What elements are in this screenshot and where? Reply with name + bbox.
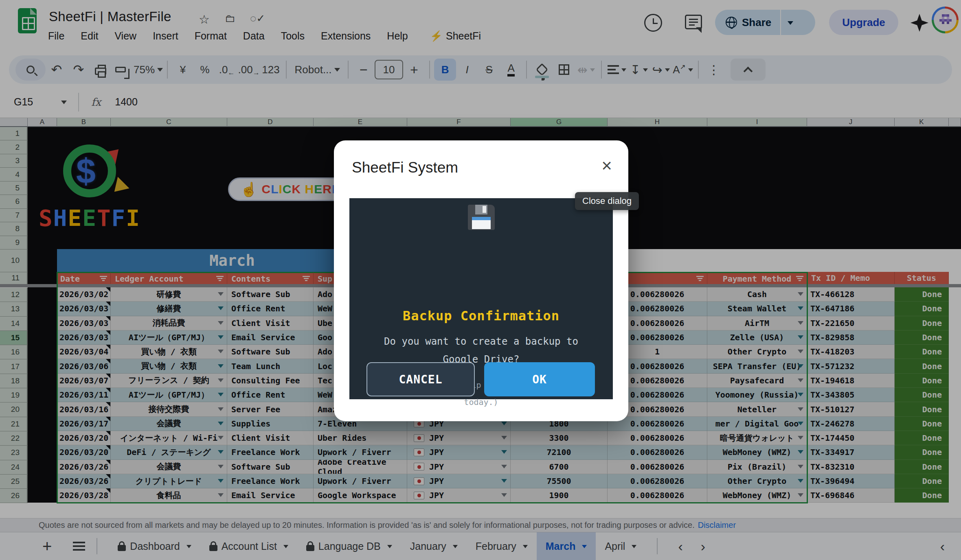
dialog-title: SheetFi System xyxy=(352,159,458,176)
close-dialog-tooltip: Close dialog xyxy=(575,192,639,210)
dialog-close-button[interactable]: × xyxy=(601,157,612,175)
sheetfi-system-dialog: SheetFi System × Backup Confirmation Do … xyxy=(334,140,628,421)
floppy-disk-icon xyxy=(468,205,495,230)
cancel-button[interactable]: CANCEL xyxy=(366,362,475,396)
dialog-dark-panel: Backup Confirmation Do you want to creat… xyxy=(349,198,613,399)
backup-confirmation-heading: Backup Confirmation xyxy=(349,308,613,324)
google-sheets-app: SheetFi | MasterFile ☆ 🗀 ◌✓ FileEditView… xyxy=(0,0,961,560)
ok-button[interactable]: OK xyxy=(484,362,595,396)
